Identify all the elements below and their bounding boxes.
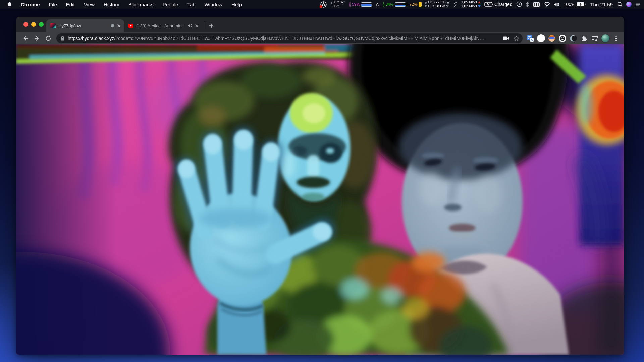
menu-chrome[interactable]: Chrome <box>21 2 40 7</box>
tab-separator <box>204 22 204 29</box>
tab-title: Hy77dp8sw <box>58 23 108 28</box>
recording-dot <box>320 5 322 8</box>
bluetooth-icon[interactable] <box>526 2 529 7</box>
upload-triangle-icon <box>478 1 481 3</box>
hydra-favicon <box>50 23 56 28</box>
up-triangle-icon <box>447 1 449 4</box>
zoom-window-button[interactable] <box>39 22 44 27</box>
time-machine-icon[interactable] <box>516 2 522 7</box>
back-button[interactable] <box>20 33 31 44</box>
youtube-favicon <box>128 24 133 28</box>
menu-tab[interactable]: Tab <box>187 2 195 7</box>
white-circle-extension-icon[interactable] <box>536 33 546 43</box>
tab-youtube[interactable]: (133) Arctica - Annuminas <box>124 19 202 32</box>
keyboard-input-icon[interactable] <box>533 2 540 7</box>
address-bar[interactable]: https://hydra.ojack.xyz/?code=c2V0RnVuY3… <box>56 33 523 43</box>
memory-status[interactable]: MEM U:8,72 GB F:7,28 GB <box>425 0 449 8</box>
gpu-meter <box>395 2 406 7</box>
memory-icon <box>419 2 422 7</box>
svg-text:A: A <box>531 38 533 42</box>
persona-extension-icon[interactable] <box>547 33 557 43</box>
tab-close-icon[interactable] <box>195 24 199 28</box>
app-indicator[interactable]: A <box>376 2 379 7</box>
battery-percent-status[interactable]: 100% <box>564 2 586 7</box>
menu-people[interactable]: People <box>163 2 178 7</box>
menu-history[interactable]: History <box>104 2 119 7</box>
desktop: { "menu_bar": { "menus": ["Chrome", "Fil… <box>0 0 644 362</box>
profile-avatar[interactable] <box>600 33 610 43</box>
battery-charged-status[interactable]: Charged <box>484 2 513 7</box>
battery-charging-icon <box>576 2 586 7</box>
bookmark-star-icon[interactable] <box>514 36 519 41</box>
down-triangle-icon <box>446 5 449 7</box>
siri-icon[interactable] <box>626 2 632 7</box>
chrome-menu-icon[interactable] <box>611 33 621 43</box>
volume-icon[interactable] <box>554 2 560 7</box>
menu-bar: Chrome File Edit View History Bookmarks … <box>0 0 644 9</box>
spotlight-icon[interactable] <box>617 2 623 7</box>
hydra-video-art <box>16 44 624 355</box>
hydra-canvas[interactable] <box>16 44 624 355</box>
sensors-status[interactable]: SEN 75°82° 72° <box>330 0 345 8</box>
download-triangle-icon <box>478 5 481 7</box>
translate-extension-icon[interactable]: A <box>525 33 535 43</box>
cpu-status[interactable]: CPU 59% <box>349 2 372 7</box>
battery-plug-icon <box>484 2 493 7</box>
extensions-puzzle-icon[interactable] <box>579 33 589 43</box>
reload-button[interactable] <box>43 33 54 44</box>
tab-close-icon[interactable] <box>117 24 121 28</box>
media-controls-icon[interactable] <box>590 33 600 43</box>
menu-window[interactable]: Window <box>205 2 222 7</box>
new-tab-button[interactable] <box>206 21 216 31</box>
network-arrows-icon[interactable] <box>453 2 458 7</box>
tab-strip: Hy77dp8sw (133) Arctica - Annuminas <box>16 17 624 32</box>
notification-center-icon[interactable] <box>635 2 641 7</box>
tab-title: (133) Arctica - Annuminas <box>136 23 185 28</box>
wifi-icon[interactable] <box>544 2 550 7</box>
menu-file[interactable]: File <box>49 2 57 7</box>
network-speed-status[interactable]: 1,85 MB/s 1,02 MB/s <box>461 0 481 8</box>
menu-view[interactable]: View <box>84 2 95 7</box>
tab-audio-indicator-icon[interactable] <box>187 24 192 28</box>
cpu-meter <box>361 2 372 7</box>
lock-icon <box>60 36 65 41</box>
menu-edit[interactable]: Edit <box>66 2 75 7</box>
camera-in-use-icon[interactable] <box>503 36 509 41</box>
menu-bar-status: SEN 75°82° 72° CPU 59% A GPU 34% 72% MEM… <box>320 0 641 8</box>
close-window-button[interactable] <box>23 22 28 27</box>
apple-menu-icon[interactable] <box>7 2 12 7</box>
forward-button[interactable] <box>32 33 42 44</box>
obs-recording-icon[interactable] <box>320 1 327 8</box>
menu-help[interactable]: Help <box>231 2 242 7</box>
crescent-extension-icon[interactable] <box>568 33 578 43</box>
tab-camera-indicator-icon <box>111 24 114 27</box>
tab-hydra[interactable]: Hy77dp8sw <box>46 19 124 32</box>
menu-bookmarks[interactable]: Bookmarks <box>128 2 154 7</box>
toolbar: https://hydra.ojack.xyz/?code=c2V0RnVuY3… <box>16 32 624 44</box>
minimize-window-button[interactable] <box>31 22 36 27</box>
url-text[interactable]: https://hydra.ojack.xyz/?code=c2V0RnVuY3… <box>68 36 499 41</box>
face-circle-extension-icon[interactable] <box>557 33 568 43</box>
memory-pressure-status[interactable]: 72% <box>410 2 422 7</box>
menu-bar-clock[interactable]: Thu 21:59 <box>590 2 613 7</box>
gpu-status[interactable]: GPU 34% <box>383 2 406 7</box>
browser-window: Hy77dp8sw (133) Arctica - Annuminas <box>16 17 624 355</box>
